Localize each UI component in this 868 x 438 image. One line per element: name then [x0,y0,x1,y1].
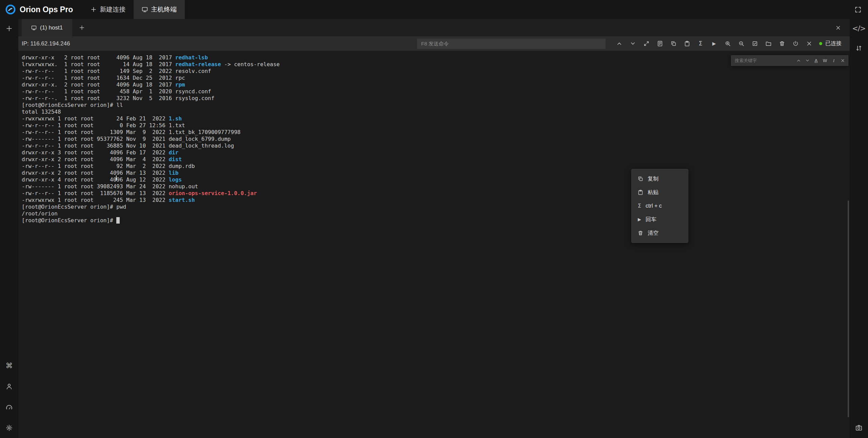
terminal-panel[interactable]: drwxr-xr-x 2 root root 4096 Aug 18 2017 … [18,51,850,438]
terminal-line: [root@OrionEcsServer orion]# ll [22,102,850,109]
user-button[interactable] [4,382,14,391]
code-icon: </> [852,25,865,32]
terminal-line: -rwxrwxrwx 1 root root 245 Mar 13 2022 s… [22,197,850,204]
nav-new-connection[interactable]: 新建连接 [82,0,134,19]
settings-button[interactable] [4,423,14,433]
search-buttons: AWI [795,57,846,64]
doc-search-icon [657,41,663,46]
shortcut-keys-button[interactable]: ⌘ [4,361,14,370]
host-ip-label: IP: 116.62.194.246 [22,40,70,47]
terminal-scrollbar[interactable] [848,201,849,417]
terminal-line: -rw-r--r-- 1 root root 1185676 Mar 13 20… [22,190,850,197]
left-sidebar-top [4,24,14,33]
terminal-output: drwxr-xr-x 2 root root 4096 Aug 18 2017 … [18,51,850,224]
new-tab-button[interactable] [79,25,85,31]
terminal-toolbar: IP: 116.62.194.246 Σ▶ 已连接 [18,36,850,51]
connection-status: 已连接 [819,40,842,47]
disconnect-button[interactable] [791,39,800,49]
right-sidebar-bottom [854,423,864,433]
brand: Orion Ops Pro [0,0,82,19]
search-button[interactable] [655,39,665,49]
terminal-icon [31,25,37,31]
font-zoom-in-button[interactable] [723,39,732,49]
fullscreen-icon[interactable] [855,6,861,13]
scroll-to-bottom-button[interactable] [628,39,637,49]
sigma-icon: Σ [638,203,641,209]
terminal-line: drwxr-xr-x. 2 root root 4096 Aug 18 2017… [22,81,850,88]
status-label: 已连接 [825,40,842,47]
screenshot-button[interactable] [854,423,864,433]
sftp-folder-button[interactable] [764,39,773,49]
find-previous-button[interactable] [795,57,802,64]
app-logo-icon [5,4,16,15]
app-window: Orion Ops Pro 新建连接主机终端 ⌘ (1) host1 IP: 1… [0,0,868,438]
camera-icon [855,424,862,431]
terminal-line: total 132548 [22,109,850,115]
right-sidebar-top: </> [854,24,864,53]
command-confirm-button[interactable] [750,39,760,49]
gear-icon [6,424,13,431]
font-zoom-out-button[interactable] [736,39,746,49]
terminal-cursor [116,217,120,224]
clear-screen-button[interactable] [777,39,787,49]
sigma-icon: Σ [699,41,703,46]
copy-menu-item[interactable]: 复制 [632,172,688,186]
scroll-to-top-button[interactable] [614,39,624,49]
find-next-button[interactable] [804,57,811,64]
terminal-line: -rw-r--r-- 1 root root 0 Feb 27 12:56 1.… [22,122,850,129]
paste-button[interactable] [682,39,692,49]
play-icon: ▶ [638,217,641,222]
sort-icon [855,45,862,52]
terminal-line: drwxr-xr-x 3 root root 4096 Feb 17 2022 … [22,149,850,156]
clear-menu-item[interactable]: 清空 [632,226,688,240]
play-icon: ▶ [712,41,716,46]
terminal-line: lrwxrwxrwx. 1 root root 14 Aug 18 2017 r… [22,61,850,68]
gauge-icon [6,404,13,411]
paste-icon [638,190,643,195]
code-snippets-button[interactable]: </> [854,24,864,33]
expand-icon [644,41,649,46]
terminal-line: /root/orion [22,210,850,217]
send-command-input[interactable] [417,39,606,49]
plus-icon [6,25,13,32]
enter-menu-item[interactable]: ▶回车 [632,213,688,226]
terminal-line: drwxr-xr-x 4 root root 4096 Aug 12 2022 … [22,176,850,183]
status-dot-icon [819,42,822,45]
copy-icon [638,176,643,182]
whole-word-button[interactable]: W [822,57,828,64]
terminal-line: -rw------- 1 root root 95377762 Nov 9 20… [22,136,850,142]
ctrl-c-button[interactable]: Σ [696,39,705,49]
ctrl-c-menu-item[interactable]: Σctrl + c [632,199,688,213]
regex-button[interactable]: I [830,57,837,64]
close-search-button[interactable] [839,57,846,64]
tabstrip: (1) host1 [18,19,850,36]
send-enter-button[interactable]: ▶ [709,39,719,49]
terminal-search-input[interactable] [735,58,795,63]
close-session-button[interactable] [804,39,814,49]
new-connection-button[interactable] [4,24,14,33]
check-square-icon [752,41,758,46]
sort-lines-button[interactable] [854,43,864,53]
terminal-line: -rw-r--r-- 1 root root 458 Apr 1 2020 rs… [22,88,850,95]
nav-host-terminal[interactable]: 主机终端 [134,0,185,19]
match-case-button[interactable]: A [813,57,820,64]
paste-menu-item[interactable]: 粘贴 [632,186,688,199]
dashboard-button[interactable] [4,402,14,412]
trash-icon [779,41,785,46]
terminal-line: [root@OrionEcsServer orion]# [22,217,850,224]
topbar-right [855,0,868,19]
terminal-line: -rw-r--r-- 1 root root 92 Mar 2 2022 dum… [22,163,850,170]
user-icon [6,383,13,390]
chevron-up-icon [616,41,622,46]
terminal-icon [142,6,148,13]
open-in-window-button[interactable] [642,39,651,49]
close-terminal-button[interactable] [835,25,841,31]
left-sidebar: ⌘ [0,19,18,438]
terminal-workspace: (1) host1 IP: 116.62.194.246 Σ▶ 已连接 drwx… [18,19,850,438]
copy-button[interactable] [669,39,678,49]
terminal-tab-host1[interactable]: (1) host1 [22,19,72,36]
zoom-out-icon [738,41,744,46]
terminal-line: -rw-r--r-- 1 root root 1634 Dec 25 2012 … [22,75,850,81]
brand-title: Orion Ops Pro [20,5,73,14]
context-menu: 复制粘贴Σctrl + c▶回车清空 [631,169,688,243]
